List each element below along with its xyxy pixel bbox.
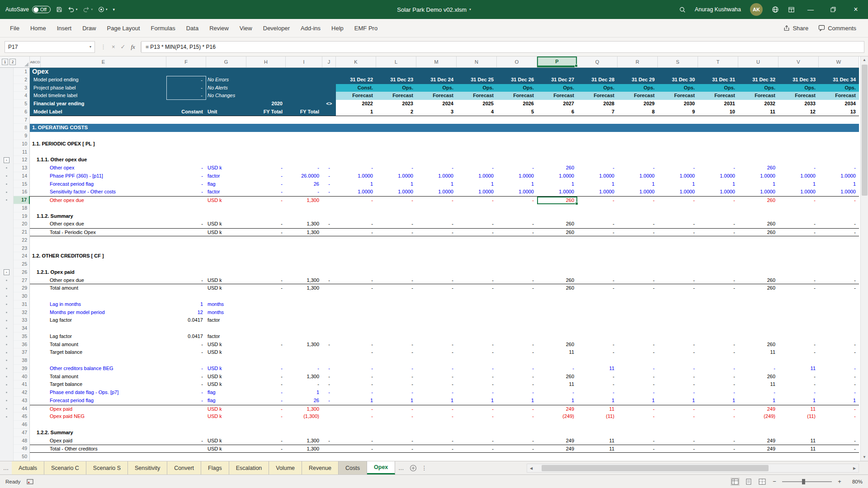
cell-T48[interactable]: - (698, 437, 738, 445)
cell-V42[interactable]: - (778, 389, 819, 397)
sheet-tab-opex[interactable]: Opex (367, 461, 395, 474)
cell-W4[interactable]: Forecast (819, 92, 859, 100)
cell-H5[interactable]: 2020 (246, 100, 286, 108)
name-box[interactable]: P17 ▾ (5, 41, 95, 53)
cell-O16[interactable]: 1.0000 (497, 188, 537, 196)
cell-G15[interactable]: flag (206, 180, 246, 188)
cell-L31[interactable] (376, 300, 416, 309)
share-button[interactable]: Share (783, 25, 808, 32)
cell-U41[interactable]: 11 (738, 380, 778, 389)
cell-O20[interactable]: - (497, 220, 537, 228)
cell-S21[interactable]: - (658, 229, 698, 236)
cell-F31[interactable]: 1 (166, 300, 206, 309)
cell-W21[interactable]: - (819, 229, 859, 236)
cell-E10[interactable]: 1.1. PERIODIC OPEX [ PL ] (30, 140, 859, 148)
cell-J36[interactable]: - (322, 341, 336, 349)
cell-T16[interactable]: 1.0000 (698, 188, 738, 196)
vertical-scrollbar[interactable]: ▲ ▼ (860, 56, 868, 461)
cell-G3[interactable]: No Alerts (206, 84, 246, 92)
cell-V15[interactable]: 1 (778, 180, 819, 188)
cell-Q36[interactable]: - (577, 341, 618, 349)
cell-J45[interactable] (322, 413, 336, 421)
cell-P29[interactable]: 260 (537, 284, 577, 292)
cell-S44[interactable]: - (658, 405, 698, 413)
cell-P21[interactable]: 260 (537, 229, 577, 236)
cell-M15[interactable]: 1 (416, 180, 457, 188)
cell-P4[interactable]: Forecast (537, 92, 577, 100)
cell-E45[interactable]: Opex paid NEG (30, 413, 166, 421)
cell-I21[interactable]: 1,300 (286, 229, 322, 236)
cell-G4[interactable]: No Changes (206, 92, 246, 100)
cell-W45[interactable]: - (819, 413, 859, 421)
cell-E22[interactable] (30, 236, 859, 244)
cell-I35[interactable] (286, 333, 322, 341)
cell-P37[interactable]: 11 (537, 348, 577, 357)
cell-P16[interactable]: 1.0000 (537, 188, 577, 196)
cell-R2[interactable]: 31 Dec 29 (618, 76, 658, 84)
cell-S3[interactable]: Ops. (658, 84, 698, 92)
cell-J4[interactable] (322, 92, 336, 100)
cell-N40[interactable]: - (457, 373, 497, 381)
cell-K33[interactable] (336, 316, 376, 324)
cell-K2[interactable]: 31 Dec 22 (336, 76, 376, 84)
cell-W20[interactable]: - (819, 220, 859, 228)
cell-H36[interactable]: - (246, 341, 286, 349)
cell-W49[interactable]: - (819, 445, 859, 452)
cell-L35[interactable] (376, 333, 416, 341)
cell-I14[interactable]: 26.0000 (286, 172, 322, 180)
sheet-tab-scenario-c[interactable]: Scenario C (44, 461, 86, 474)
cell-K35[interactable] (336, 333, 376, 341)
cell-S40[interactable]: - (658, 373, 698, 381)
cell-E50[interactable] (30, 453, 859, 461)
cell-M16[interactable]: 1.0000 (416, 188, 457, 196)
cell-F29[interactable] (166, 284, 206, 292)
cell-K44[interactable]: - (336, 405, 376, 413)
row-header-23[interactable]: 23 (14, 244, 30, 253)
cell-Q13[interactable]: - (577, 164, 618, 172)
col-header-K[interactable]: K (336, 56, 376, 67)
cell-H15[interactable]: - (246, 180, 286, 188)
ribbon-tab-file[interactable]: File (5, 22, 25, 35)
cell-L37[interactable]: - (376, 348, 416, 357)
cell-P42[interactable]: - (537, 389, 577, 397)
cell-S42[interactable]: - (658, 389, 698, 397)
cell-J43[interactable]: - (322, 397, 336, 405)
cell-E42[interactable]: Phase end date flag - Ops. [p7] (30, 389, 166, 397)
cell-L14[interactable]: 1.0000 (376, 172, 416, 180)
cell-I6[interactable]: FY Total (286, 108, 322, 116)
ribbon-tab-add-ins[interactable]: Add-ins (295, 22, 326, 35)
cell-J15[interactable]: - (322, 180, 336, 188)
cell-K37[interactable]: - (336, 348, 376, 357)
cell-V49[interactable]: 11 (778, 445, 819, 452)
cell-F36[interactable]: - (166, 341, 206, 349)
col-header-U[interactable]: U (738, 56, 778, 67)
col-header-E[interactable]: E (41, 56, 166, 67)
cell-E48[interactable]: Opex paid (30, 437, 166, 445)
cell-F3[interactable]: - (166, 84, 206, 92)
cell-G14[interactable]: factor (206, 172, 246, 180)
cell-F20[interactable]: - (166, 220, 206, 228)
row-header-35[interactable]: 35 (14, 333, 30, 341)
cell-G35[interactable]: factor (206, 333, 246, 341)
cell-J2[interactable] (322, 76, 336, 84)
qat-customize-button[interactable]: ▾ (113, 7, 115, 12)
cell-W15[interactable]: 1 (819, 180, 859, 188)
row-header-15[interactable]: 15 (14, 180, 30, 188)
cell-E36[interactable]: Total amount (30, 341, 166, 349)
cell-W39[interactable]: - (819, 365, 859, 373)
cell-O33[interactable] (497, 316, 537, 324)
cell-G33[interactable]: factor (206, 316, 246, 324)
custom-qat-button[interactable]: ▾ (98, 6, 108, 13)
cell-R17[interactable]: - (618, 197, 658, 204)
row-header-32[interactable]: 32 (14, 309, 30, 317)
cell-O37[interactable]: - (497, 348, 537, 357)
cell-T39[interactable]: - (698, 365, 738, 373)
scroll-right-icon[interactable]: ▶ (850, 466, 859, 470)
col-header-Q[interactable]: Q (577, 56, 618, 67)
cell-R15[interactable]: 1 (618, 180, 658, 188)
cell-I31[interactable] (286, 300, 322, 309)
row-header-3[interactable]: 3 (14, 84, 30, 92)
cell-P15[interactable]: 1 (537, 180, 577, 188)
cell-T6[interactable]: 10 (698, 108, 738, 116)
cell-Q29[interactable]: - (577, 284, 618, 292)
